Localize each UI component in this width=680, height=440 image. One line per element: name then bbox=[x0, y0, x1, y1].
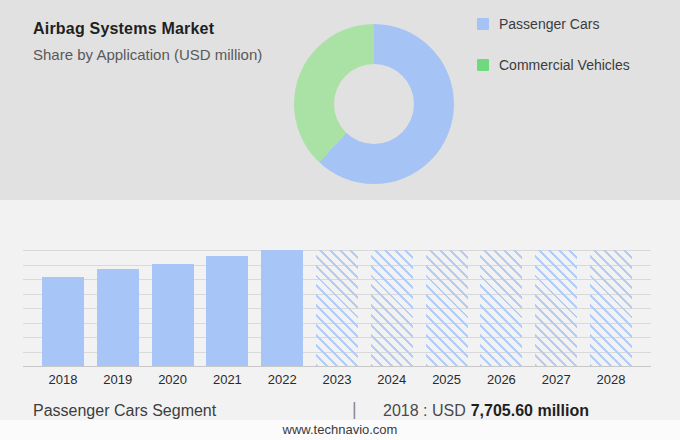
website-url: www.technavio.com bbox=[283, 422, 398, 437]
year-label-2023: 2023 bbox=[314, 372, 360, 387]
bar-chart: Passenger Cars Segment | 2018 : USD7,705… bbox=[0, 200, 680, 420]
donut-chart bbox=[294, 24, 454, 184]
year-label-2026: 2026 bbox=[478, 372, 524, 387]
gridline bbox=[23, 366, 651, 367]
legend-label-commercial-vehicles: Commercial Vehicles bbox=[499, 57, 630, 73]
forecast-bar-2023 bbox=[316, 250, 358, 366]
legend-swatch-passenger-cars-icon bbox=[477, 18, 489, 30]
website-strip: www.technavio.com bbox=[0, 420, 680, 440]
footer-divider: | bbox=[352, 399, 357, 420]
legend-item-passenger-cars: Passenger Cars bbox=[477, 14, 599, 34]
forecast-bar-2027 bbox=[535, 250, 577, 366]
year-label-2018: 2018 bbox=[40, 372, 86, 387]
footer-value: 2018 : USD7,705.60 million bbox=[383, 402, 589, 420]
year-label-2020: 2020 bbox=[150, 372, 196, 387]
year-label-2027: 2027 bbox=[533, 372, 579, 387]
page-subtitle: Share by Application (USD million) bbox=[33, 46, 262, 63]
year-label-2028: 2028 bbox=[588, 372, 634, 387]
year-label-2024: 2024 bbox=[369, 372, 415, 387]
year-label-2022: 2022 bbox=[259, 372, 305, 387]
year-label-2021: 2021 bbox=[204, 372, 250, 387]
legend-swatch-commercial-vehicles-icon bbox=[477, 59, 489, 71]
header-banner: Airbag Systems Market Share by Applicati… bbox=[0, 0, 680, 200]
donut-hole bbox=[334, 64, 414, 144]
bar-2018 bbox=[42, 277, 84, 366]
footer-value-bold: 7,705.60 million bbox=[471, 402, 589, 419]
page-title: Airbag Systems Market bbox=[33, 20, 214, 38]
forecast-bar-2028 bbox=[590, 250, 632, 366]
legend-label-passenger-cars: Passenger Cars bbox=[499, 16, 599, 32]
bar-2022 bbox=[261, 250, 303, 366]
forecast-bar-2026 bbox=[480, 250, 522, 366]
year-label-2025: 2025 bbox=[424, 372, 470, 387]
year-label-2019: 2019 bbox=[95, 372, 141, 387]
bar-2021 bbox=[206, 256, 248, 366]
bar-2020 bbox=[152, 264, 194, 366]
segment-label: Passenger Cars Segment bbox=[33, 402, 216, 420]
legend-item-commercial-vehicles: Commercial Vehicles bbox=[477, 55, 630, 75]
forecast-bar-2025 bbox=[426, 250, 468, 366]
forecast-bar-2024 bbox=[371, 250, 413, 366]
footer-value-prefix: 2018 : USD bbox=[383, 402, 466, 419]
bar-2019 bbox=[97, 269, 139, 366]
